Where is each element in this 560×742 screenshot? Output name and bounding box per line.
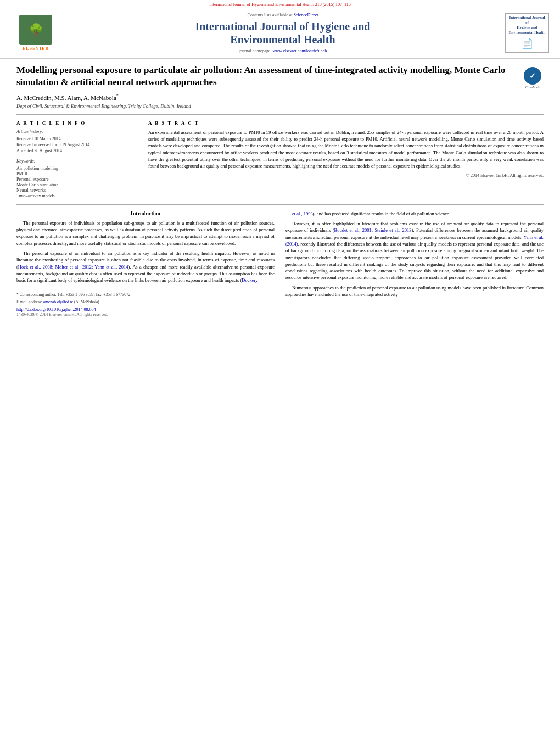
keywords-label: Keywords: [16, 159, 128, 164]
article-info-abstract: A R T I C L E I N F O Article history: R… [16, 114, 544, 199]
right-intro-para1: et al., 1993), and has produced signific… [285, 210, 544, 217]
keyword-6: Time–activity models [16, 193, 128, 198]
journal-logo-thumbnail: International Journal ofHygiene andEnvir… [505, 13, 549, 53]
right-intro-para3: Numerous approaches to the prediction of… [285, 284, 544, 298]
keyword-1: Air pollution modelling [16, 166, 128, 171]
abstract-heading: A B S T R A C T [148, 120, 544, 126]
dockery-ref-cont[interactable]: et al., 1993 [292, 211, 313, 216]
corresponding-asterisk: * [116, 93, 119, 98]
history-accepted: Accepted 28 August 2014 [16, 148, 128, 153]
introduction-heading: Introduction [16, 210, 275, 216]
authors-line: A. McCreddin, M.S. Alam, A. McNabola* [16, 93, 544, 101]
doi-link[interactable]: http://dx.doi.org/10.1016/j.ijheh.2014.0… [16, 307, 96, 312]
elsevier-logo: 🌳 ELSEVIER [11, 15, 60, 51]
article-main: Modelling personal exposure to particula… [0, 59, 560, 328]
boudet-ref[interactable]: Boudet et al., 2001; Steinle et al., 201… [334, 227, 411, 233]
abstract-column: A B S T R A C T An experimental assessme… [148, 120, 544, 199]
keyword-3: Personal exposure [16, 177, 128, 182]
article-info-heading: A R T I C L E I N F O [16, 120, 128, 126]
journal-title: International Journal of Hygiene and Env… [71, 20, 494, 46]
doi-line: http://dx.doi.org/10.1016/j.ijheh.2014.0… [16, 307, 275, 312]
issn-line: 1438-4639/© 2014 Elsevier GmbH. All righ… [16, 312, 275, 317]
left-body-column: Introduction The personal exposure of in… [16, 210, 275, 317]
article-info-column: A R T I C L E I N F O Article history: R… [16, 120, 137, 199]
history-label: Article history: [16, 129, 128, 134]
crossmark-label: CrossMark [525, 86, 540, 89]
body-columns: Introduction The personal exposure of in… [16, 210, 544, 317]
footnote-corresponding: * Corresponding author. Tel.: +353 1 896… [16, 292, 275, 298]
right-body-column: et al., 1993), and has produced signific… [285, 210, 544, 317]
abstract-text: An experimental assessment of personal e… [148, 129, 544, 170]
dockery-ref[interactable]: Dockery [242, 277, 257, 283]
copyright-line: © 2014 Elsevier GmbH. All rights reserve… [148, 173, 544, 178]
homepage-link[interactable]: www.elsevier.com/locate/ijheh [273, 48, 327, 53]
journal-homepage: journal homepage: www.elsevier.com/locat… [71, 48, 494, 53]
crossmark-icon[interactable]: ✓ [524, 67, 541, 85]
elsevier-brand: ELSEVIER [23, 46, 49, 51]
elsevier-tree-icon: 🌳 [19, 15, 52, 45]
section-divider [16, 204, 544, 205]
intro-para2: The personal exposure of an individual t… [16, 250, 275, 284]
sciencedirect-link[interactable]: ScienceDirect [294, 13, 318, 18]
article-title: Modelling personal exposure to particula… [16, 64, 522, 88]
footnote-area: * Corresponding author. Tel.: +353 1 896… [16, 289, 275, 317]
sciencedirect-line: Contents lists available at ScienceDirec… [71, 13, 494, 18]
history-received: Received 18 March 2014 [16, 136, 128, 141]
affiliation-line: Dept of Civil, Structural & Environmenta… [16, 103, 544, 109]
title-section: Modelling personal exposure to particula… [16, 64, 544, 89]
crossmark-area: ✓ CrossMark [522, 64, 544, 89]
hoek-ref[interactable]: Hoek et al., 2008; Molter et al., 2012; … [18, 264, 128, 270]
right-intro-para2: However, it is often highlighted in lite… [285, 220, 544, 281]
yann-ref[interactable]: Yann et al. (2014) [285, 235, 544, 247]
keyword-2: PM10 [16, 171, 128, 176]
keyword-4: Monte Carlo simulation [16, 182, 128, 187]
keyword-5: Neural networks [16, 188, 128, 193]
journal-title-area: Contents lists available at ScienceDirec… [71, 13, 494, 53]
email-link[interactable]: amcnab ol@tcd.ie [43, 299, 73, 304]
intro-para1: The personal exposure of individuals or … [16, 220, 275, 247]
history-revised: Received in revised form 19 August 2014 [16, 142, 128, 147]
journal-header: 🌳 ELSEVIER Contents lists available at S… [0, 8, 560, 59]
footnote-email: E-mail address: amcnab ol@tcd.ie (A. McN… [16, 299, 275, 305]
journal-citation: International Journal of Hygiene and Env… [0, 0, 560, 8]
